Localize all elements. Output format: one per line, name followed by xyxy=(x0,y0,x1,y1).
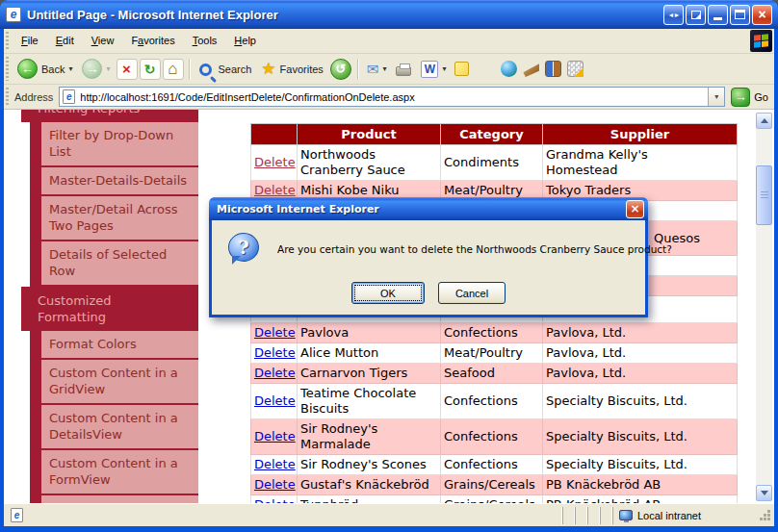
menu-item-help[interactable]: Help xyxy=(225,29,265,53)
local-intranet-icon xyxy=(619,510,633,520)
print-button[interactable] xyxy=(391,61,416,78)
title-bar[interactable]: e Untitled Page - Microsoft Internet Exp… xyxy=(0,0,778,29)
sidebar-item-clipped xyxy=(30,495,198,503)
favorites-button[interactable]: ★ Favorites xyxy=(256,59,328,79)
sidebar-item[interactable]: Custom Content in a DetailsView xyxy=(30,405,198,450)
supplier-cell: Grandma Kelly's Homestead xyxy=(543,145,738,181)
sidebar-item[interactable]: Details of Selected Row xyxy=(30,241,198,287)
supplier-cell: Pavlova, Ltd. xyxy=(543,343,738,364)
mail-dropdown-icon[interactable]: ▾ xyxy=(382,64,386,73)
sidebar-item[interactable]: Format Colors xyxy=(30,331,198,360)
delete-link[interactable]: Delete xyxy=(254,325,296,340)
sidebar-section-header[interactable]: Filtering Reports xyxy=(21,110,198,122)
maximize-button[interactable] xyxy=(730,5,750,25)
status-bar: e Local intranet xyxy=(4,503,774,526)
table-row: DeletePavlovaConfectionsPavlova, Ltd. xyxy=(251,323,738,343)
product-cell: Gustaf's Knäckebröd xyxy=(298,475,441,495)
delete-link[interactable]: Delete xyxy=(254,477,296,492)
delete-link[interactable]: Delete xyxy=(254,457,296,471)
forward-icon: → xyxy=(82,59,102,79)
windows-logo-throbber xyxy=(750,30,772,52)
status-pane xyxy=(600,507,612,524)
search-button[interactable]: Search xyxy=(194,61,257,78)
refresh-button[interactable]: ↻ xyxy=(140,59,161,80)
addon-books-icon[interactable] xyxy=(545,61,561,77)
confirm-dialog: Microsoft Internet Explorer × ? Are you … xyxy=(209,197,648,317)
menu-item-tools[interactable]: Tools xyxy=(184,29,226,53)
delete-link[interactable]: Delete xyxy=(254,429,296,443)
menu-item-favorites[interactable]: Favorites xyxy=(122,29,183,53)
close-button[interactable]: × xyxy=(752,5,772,25)
back-button[interactable]: ← Back ▾ xyxy=(13,57,77,81)
sidebar-item[interactable]: Custom Content in a FormView xyxy=(30,450,198,495)
delete-link[interactable]: Delete xyxy=(254,183,296,197)
menu-bar-items: FileEditViewFavoritesToolsHelp xyxy=(13,29,265,53)
scroll-up-button[interactable] xyxy=(756,113,772,129)
word-dropdown-icon[interactable]: ▾ xyxy=(442,64,446,73)
menu-item-file[interactable]: File xyxy=(13,29,47,53)
minimize-button[interactable] xyxy=(708,5,728,25)
delete-link[interactable]: Delete xyxy=(254,366,296,380)
sidebar-section-header[interactable]: Customized Formatting xyxy=(21,287,198,331)
status-page-icon: e xyxy=(11,508,23,522)
vertical-scrollbar[interactable] xyxy=(756,113,772,501)
cancel-button[interactable]: Cancel xyxy=(438,282,506,304)
table-row: DeleteSir Rodney's MarmaladeConfectionsS… xyxy=(251,419,738,455)
delete-cell: Delete xyxy=(251,475,298,495)
maximize-icon xyxy=(735,10,745,19)
restore-window-button[interactable] xyxy=(686,5,706,25)
status-pane xyxy=(587,507,600,524)
addon-wedge-icon[interactable] xyxy=(523,61,539,77)
forward-button[interactable]: → ▾ xyxy=(77,57,115,81)
scroll-thumb[interactable] xyxy=(756,165,772,225)
toolbar-grip[interactable] xyxy=(6,57,9,81)
category-cell: Confections xyxy=(441,455,543,475)
menu-item-view[interactable]: View xyxy=(83,29,123,53)
search-icon xyxy=(199,63,212,76)
page-icon: e xyxy=(63,89,75,104)
sidebar-item[interactable]: Master-Details-Details xyxy=(30,167,198,196)
toolbar-grip[interactable] xyxy=(6,88,9,106)
address-input[interactable]: e http://localhost:1691/Code/EditInsertD… xyxy=(59,87,725,107)
sidebar-item[interactable]: Custom Content in a GridView xyxy=(30,360,198,405)
dialog-close-button[interactable]: × xyxy=(626,200,644,218)
delete-link[interactable]: Delete xyxy=(254,497,296,503)
product-cell: Teatime Chocolate Biscuits xyxy=(298,384,441,419)
category-cell: Grains/Cereals xyxy=(441,475,543,495)
scroll-down-button[interactable] xyxy=(756,485,772,501)
delete-link[interactable]: Delete xyxy=(254,155,296,169)
arrow-up-icon xyxy=(761,114,768,123)
dialog-title-bar[interactable]: Microsoft Internet Explorer × xyxy=(209,197,648,220)
home-button[interactable]: ⌂ xyxy=(163,59,184,80)
address-dropdown-button[interactable]: ▾ xyxy=(708,88,724,106)
mail-button[interactable]: ✉ ▾ xyxy=(362,60,392,78)
delete-link[interactable]: Delete xyxy=(254,345,296,360)
delete-link[interactable]: Delete xyxy=(254,393,296,408)
address-url[interactable]: http://localhost:1691/Code/EditInsertDel… xyxy=(80,91,708,103)
back-label: Back xyxy=(41,63,65,75)
resize-grip[interactable] xyxy=(759,509,771,521)
edit-with-word-button[interactable]: W ▾ xyxy=(416,59,451,80)
window-controls: ◄► × xyxy=(663,5,772,25)
pan-buttons[interactable]: ◄► xyxy=(663,5,684,25)
print-icon xyxy=(396,66,411,76)
back-dropdown-icon[interactable]: ▾ xyxy=(68,64,72,73)
browser-window: e Untitled Page - Microsoft Internet Exp… xyxy=(0,0,778,532)
history-button[interactable]: ↺ xyxy=(330,59,351,80)
category-cell: Meat/Poultry xyxy=(441,343,543,364)
stop-button[interactable]: × xyxy=(117,59,138,80)
product-cell: Tunnbröd xyxy=(298,495,441,504)
toolbar-grip[interactable] xyxy=(6,32,9,50)
go-button[interactable]: → Go xyxy=(731,88,768,107)
sidebar-item[interactable]: Master/Detail Across Two Pages xyxy=(30,196,198,241)
ok-button[interactable]: OK xyxy=(351,282,425,304)
home-icon: ⌂ xyxy=(168,61,177,77)
ie-app-icon: e xyxy=(6,7,21,22)
notes-icon[interactable] xyxy=(454,62,469,76)
addon-grid-icon[interactable] xyxy=(567,61,584,77)
delete-cell: Delete xyxy=(251,364,298,384)
addon-globe-icon[interactable] xyxy=(501,61,517,77)
supplier-cell: PB Knäckebröd AB xyxy=(543,495,738,504)
menu-item-edit[interactable]: Edit xyxy=(47,29,83,53)
sidebar-item[interactable]: Filter by Drop-Down List xyxy=(30,122,198,167)
